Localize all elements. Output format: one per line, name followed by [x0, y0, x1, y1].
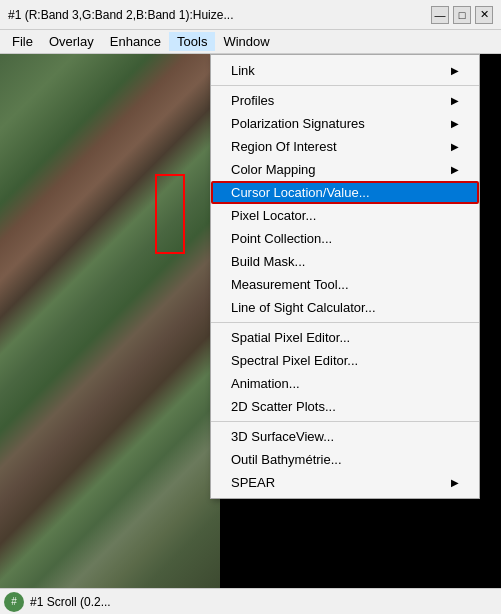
separator — [211, 421, 479, 422]
menu-item-region-of-interest[interactable]: Region Of Interest ▶ — [211, 135, 479, 158]
menu-window[interactable]: Window — [215, 32, 277, 51]
restore-button[interactable]: □ — [453, 6, 471, 24]
arrow-icon: ▶ — [451, 65, 459, 76]
satellite-image — [0, 54, 220, 588]
main-content: Link ▶ Profiles ▶ Polarization Signature… — [0, 54, 501, 588]
menu-item-spectral-pixel-editor[interactable]: Spectral Pixel Editor... — [211, 349, 479, 372]
menu-item-pixel-locator[interactable]: Pixel Locator... — [211, 204, 479, 227]
menu-overlay[interactable]: Overlay — [41, 32, 102, 51]
menu-bar: File Overlay Enhance Tools Window — [0, 30, 501, 54]
arrow-icon: ▶ — [451, 164, 459, 175]
menu-item-polarization-signatures[interactable]: Polarization Signatures ▶ — [211, 112, 479, 135]
window-title: #1 (R:Band 3,G:Band 2,B:Band 1):Huize... — [8, 8, 233, 22]
menu-enhance[interactable]: Enhance — [102, 32, 169, 51]
separator — [211, 322, 479, 323]
separator — [211, 85, 479, 86]
menu-item-2d-scatter[interactable]: 2D Scatter Plots... — [211, 395, 479, 418]
status-icon: # — [4, 592, 24, 612]
menu-item-cursor-location[interactable]: Cursor Location/Value... — [211, 181, 479, 204]
status-bar: # #1 Scroll (0.2... — [0, 588, 501, 614]
menu-file[interactable]: File — [4, 32, 41, 51]
menu-item-line-of-sight[interactable]: Line of Sight Calculator... — [211, 296, 479, 319]
menu-tools[interactable]: Tools — [169, 32, 215, 51]
close-button[interactable]: ✕ — [475, 6, 493, 24]
menu-item-build-mask[interactable]: Build Mask... — [211, 250, 479, 273]
menu-item-point-collection[interactable]: Point Collection... — [211, 227, 479, 250]
menu-item-profiles[interactable]: Profiles ▶ — [211, 89, 479, 112]
tools-dropdown-menu: Link ▶ Profiles ▶ Polarization Signature… — [210, 54, 480, 499]
arrow-icon: ▶ — [451, 118, 459, 129]
menu-item-measurement-tool[interactable]: Measurement Tool... — [211, 273, 479, 296]
status-text: #1 Scroll (0.2... — [30, 595, 111, 609]
arrow-icon: ▶ — [451, 141, 459, 152]
menu-item-3d-surface[interactable]: 3D SurfaceView... — [211, 425, 479, 448]
arrow-icon: ▶ — [451, 95, 459, 106]
menu-item-bathymetrie[interactable]: Outil Bathymétrie... — [211, 448, 479, 471]
title-bar: #1 (R:Band 3,G:Band 2,B:Band 1):Huize...… — [0, 0, 501, 30]
menu-item-animation[interactable]: Animation... — [211, 372, 479, 395]
menu-item-spear[interactable]: SPEAR ▶ — [211, 471, 479, 494]
arrow-icon: ▶ — [451, 477, 459, 488]
menu-item-spatial-pixel-editor[interactable]: Spatial Pixel Editor... — [211, 326, 479, 349]
menu-item-link[interactable]: Link ▶ — [211, 59, 479, 82]
window-controls: — □ ✕ — [431, 6, 493, 24]
menu-item-color-mapping[interactable]: Color Mapping ▶ — [211, 158, 479, 181]
minimize-button[interactable]: — — [431, 6, 449, 24]
